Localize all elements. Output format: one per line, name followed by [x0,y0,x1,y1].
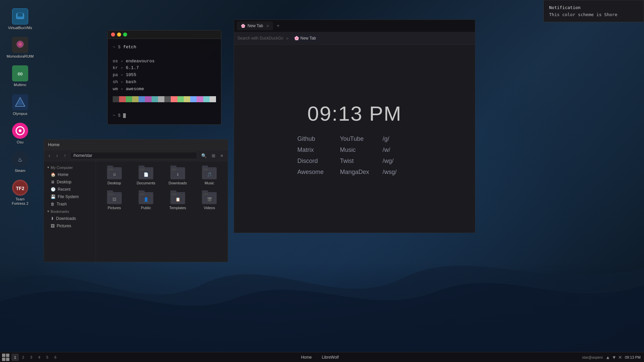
new-tab-button[interactable]: + [274,23,281,29]
nav-forward-button[interactable]: › [54,152,60,159]
pictures-icon: 🖼 [51,224,55,228]
link-github[interactable]: Github [297,135,326,142]
tab-close-icon[interactable]: ✕ [266,24,269,28]
folder-downloads[interactable]: ⬇ Downloads [163,165,193,188]
workspace-1[interactable]: 1 [11,354,19,361]
link-awesome[interactable]: Awesome [297,169,326,176]
icon-tf2[interactable]: TF2 Team Fortress 2 [7,178,34,207]
sidebar-item-trash[interactable]: 🗑 Trash [44,200,96,208]
sidebar-item-recent[interactable]: 🕐 Recent [44,186,96,193]
grid-view-button[interactable]: ⊞ [210,152,217,159]
icon-osu[interactable]: Osu [7,121,34,146]
folder-videos[interactable]: 🎬 Videos [195,189,225,213]
link-g[interactable]: /g/ [383,135,412,142]
filemanager-body: ▾ My Computer 🏠 Home 🖥 Desktop 🕐 Recent … [44,161,228,262]
folder-public[interactable]: 👤 Public [131,189,161,213]
folder-pictures[interactable]: 🖼 Pictures [99,189,129,213]
svg-text:👤: 👤 [144,197,149,202]
icon-multimc-label: Multimc [14,83,26,87]
link-music[interactable]: Music [340,146,369,154]
notification-title: Notification [549,5,638,10]
terminal-max-dot[interactable] [123,33,127,37]
terminal-min-dot[interactable] [117,33,121,37]
nav-back-button[interactable]: ‹ [47,152,52,159]
taskbar-left: 1 2 3 4 5 6 [0,354,61,361]
folder-desktop[interactable]: 🖥 Desktop [99,165,129,188]
icon-steam-label: Steam [15,169,25,173]
link-mangadex[interactable]: MangaDex [340,169,369,176]
folder-music-label: Music [205,181,214,185]
link-discord[interactable]: Discord [297,158,326,165]
terminal-output-sh: sh - bash [113,79,216,86]
link-wsg[interactable]: /wsg/ [383,169,412,176]
link-w[interactable]: /w/ [383,146,412,154]
svg-text:TF2: TF2 [16,186,24,191]
apps-grid-icon[interactable] [2,354,9,361]
workspace-5[interactable]: 5 [44,354,51,361]
icon-olympus-label: Olympus [13,112,27,116]
terminal-output-wm: wm - awesome [113,86,216,93]
sidebar-section-bookmarks-label: Bookmarks [51,209,69,214]
folder-templates-icon: 📋 [170,192,185,204]
osu-icon [12,123,28,139]
svg-text:⬇: ⬇ [176,172,179,177]
filemanager-window: Home ‹ › ↑ 🔍 ⊞ ≡ ▾ My Computer 🏠 Home [44,139,228,262]
terminal-close-dot[interactable] [111,33,115,37]
sidebar-item-filesystem[interactable]: 💾 File System [44,193,96,200]
icon-virtualbox[interactable]: VirtualBoxVMs [7,7,34,32]
nav-up-button[interactable]: ↑ [62,152,68,159]
search-button[interactable]: 🔍 [199,152,209,159]
svg-text:📋: 📋 [175,197,180,202]
workspace-4[interactable]: 4 [36,354,43,361]
sidebar-item-desktop[interactable]: 🖥 Desktop [44,178,96,186]
url-arrow-icon: » [286,36,289,41]
taskbar: 1 2 3 4 5 6 Home LibreWolf star@aspeni ▲… [0,352,644,362]
icon-olympus[interactable]: Olympus [7,93,34,118]
icon-momodora[interactable]: MomodoraRUtM [7,35,34,60]
minimize-icon[interactable]: ▼ [612,355,616,360]
folder-desktop-label: Desktop [108,181,121,185]
folder-music[interactable]: 🎵 Music [195,165,225,188]
volume-icon[interactable]: ▲ [605,355,610,360]
folder-templates[interactable]: 📋 Templates [163,189,193,213]
taskbar-sys-icons: ▲ ▼ ✕ [605,355,622,360]
sidebar-item-pictures[interactable]: 🖼 Pictures [44,222,96,230]
sidebar-section-computer[interactable]: ▾ My Computer [44,164,96,171]
terminal-cursor-prompt: ~ $ [113,113,123,118]
tab-label: New Tab [248,23,263,28]
workspace-3[interactable]: 3 [28,354,35,361]
icon-multimc[interactable]: ∞ Multimc [7,64,34,89]
workspace-2[interactable]: 2 [19,354,27,361]
folder-pictures-label: Pictures [108,206,121,210]
browser-content: 09:13 PM Github YouTube /g/ Matrix Music… [234,45,475,233]
icon-steam[interactable]: ♨ Steam [7,149,34,175]
sidebar-section-bookmarks[interactable]: ▾ Bookmarks [44,208,96,215]
newtab-label-in-url: 🌸 New Tab [291,35,319,42]
path-input[interactable] [70,152,197,159]
sidebar-item-downloads[interactable]: ⬇ Downloads [44,215,96,222]
folder-documents[interactable]: 📄 Documents [131,165,161,188]
link-youtube[interactable]: YouTube [340,135,369,142]
terminal-window: ~ $ fetch os - endeavouros kr - 6.1.7 pa… [107,30,221,125]
link-wg[interactable]: /wg/ [383,158,412,165]
terminal-output-kr: kr - 6.1.7 [113,65,216,72]
link-twist[interactable]: Twist [340,158,369,165]
terminal-titlebar [108,31,221,39]
terminal-content: ~ $ fetch os - endeavouros kr - 6.1.7 pa… [108,39,221,124]
recent-icon: 🕐 [51,187,56,192]
close-icon[interactable]: ✕ [618,355,622,360]
link-matrix[interactable]: Matrix [297,146,326,154]
chevron-down-icon-2: ▾ [47,209,49,214]
sidebar-item-trash-label: Trash [57,202,67,206]
terminal-output-pa: pa - 1055 [113,72,216,79]
svg-text:📄: 📄 [144,172,149,177]
sidebar-item-home[interactable]: 🏠 Home [44,171,96,178]
notification-popup: Notification This color scheme is Shore [543,0,644,22]
trash-icon: 🗑 [51,202,55,206]
browser-tab-newtab[interactable]: 🌸 New Tab ✕ [237,21,273,30]
svg-point-12 [19,129,21,132]
icon-osu-label: Osu [17,140,23,144]
chevron-down-icon: ▾ [47,165,49,170]
workspace-6[interactable]: 6 [52,354,59,361]
list-view-button[interactable]: ≡ [218,152,225,159]
